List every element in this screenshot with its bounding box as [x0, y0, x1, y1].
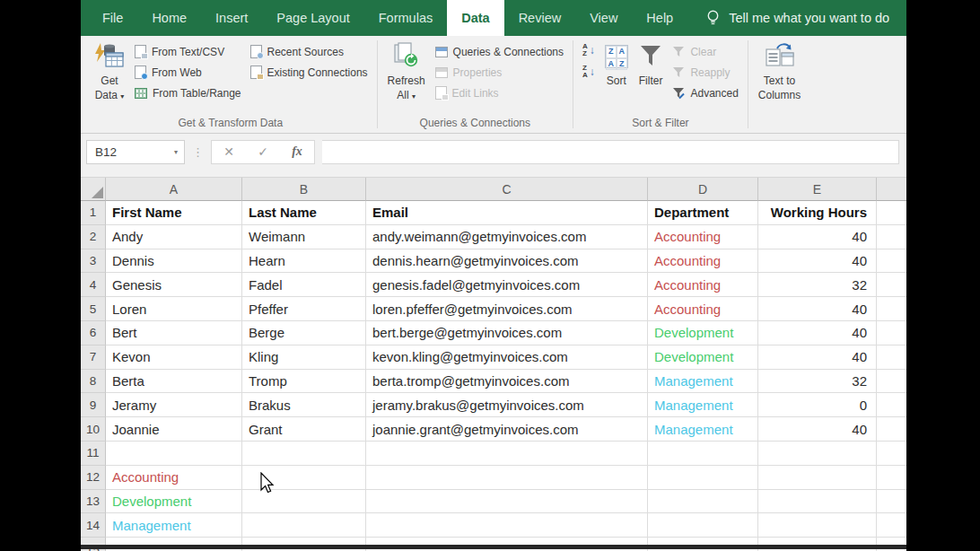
cell[interactable] — [877, 490, 906, 514]
cell[interactable]: Loren — [106, 297, 242, 321]
row-header-13[interactable]: 13 — [81, 490, 106, 514]
cell[interactable]: Weimann — [242, 225, 366, 249]
tab-formulas[interactable]: Formulas — [364, 0, 447, 36]
name-box-dropdown-icon[interactable]: ▾ — [174, 148, 178, 156]
row-header-4[interactable]: 4 — [81, 273, 106, 297]
cell[interactable] — [648, 490, 758, 514]
cell[interactable]: Working Hours — [758, 201, 877, 225]
cell[interactable] — [877, 466, 906, 490]
cell[interactable] — [877, 513, 906, 538]
cell[interactable] — [366, 490, 648, 514]
ribbon-item-from-table-range[interactable]: From Table/Range — [130, 83, 246, 103]
cell[interactable] — [877, 201, 906, 225]
enter-icon[interactable]: ✓ — [246, 144, 280, 159]
cell[interactable] — [877, 393, 906, 417]
cell[interactable]: 40 — [758, 297, 877, 321]
sort-ascending-button[interactable]: AZ ↓ — [578, 39, 599, 61]
cell[interactable]: Department — [648, 201, 758, 225]
cell[interactable]: First Name — [106, 201, 242, 225]
get-data-button[interactable]: GetData ▾ — [89, 38, 130, 104]
column-header-D[interactable]: D — [648, 178, 758, 201]
select-all-button[interactable] — [81, 178, 106, 201]
cell[interactable] — [758, 466, 877, 490]
cell[interactable]: Management — [648, 393, 758, 417]
cell[interactable]: Tromp — [242, 370, 366, 394]
cell[interactable] — [877, 225, 906, 249]
cell[interactable]: Joannie — [106, 417, 242, 442]
column-header-E[interactable]: E — [758, 178, 877, 201]
cell[interactable] — [877, 442, 906, 466]
sort-dialog-button[interactable]: ZAAZ Sort — [599, 38, 634, 91]
cell[interactable]: Email — [366, 201, 648, 225]
cell[interactable] — [648, 466, 758, 490]
insert-function-icon[interactable]: fx — [280, 144, 314, 159]
cell[interactable]: Andy — [106, 225, 242, 249]
cell[interactable] — [877, 249, 906, 274]
cell[interactable]: 40 — [758, 249, 877, 274]
cell[interactable]: Management — [648, 370, 758, 394]
cell[interactable] — [366, 513, 648, 538]
cancel-icon[interactable]: ✕ — [212, 144, 246, 159]
tab-view[interactable]: View — [575, 0, 632, 36]
cell[interactable]: joannie.grant@getmyinvoices.com — [366, 417, 648, 442]
refresh-all-button[interactable]: RefreshAll ▾ — [382, 38, 431, 104]
cell[interactable]: Berta — [106, 370, 242, 394]
cell[interactable]: berta.tromp@getmyinvoices.com — [366, 370, 648, 394]
cell[interactable]: Kevon — [106, 345, 242, 370]
cell[interactable]: Accounting — [648, 297, 758, 321]
cell[interactable]: 0 — [758, 393, 877, 417]
cell[interactable] — [366, 442, 648, 466]
name-box[interactable]: B12 ▾ — [86, 140, 185, 164]
cell[interactable]: Jeramy — [106, 393, 242, 417]
cell[interactable] — [366, 466, 648, 490]
row-header-2[interactable]: 2 — [81, 225, 106, 249]
row-header-6[interactable]: 6 — [81, 321, 106, 345]
cell[interactable] — [758, 490, 877, 514]
cell[interactable] — [758, 513, 877, 538]
cell[interactable] — [877, 321, 906, 345]
cell[interactable] — [877, 417, 906, 442]
row-header-1[interactable]: 1 — [81, 201, 106, 225]
cell[interactable]: Management — [648, 417, 758, 442]
cell[interactable]: 40 — [758, 417, 877, 442]
row-header-14[interactable]: 14 — [81, 513, 106, 538]
cell[interactable]: Grant — [242, 417, 366, 442]
column-header-B[interactable]: B — [242, 178, 366, 201]
sort-descending-button[interactable]: ZA ↓ — [578, 61, 599, 83]
cell[interactable]: dennis.hearn@getmyinvoices.com — [366, 249, 648, 274]
row-header-3[interactable]: 3 — [81, 249, 106, 274]
cell[interactable]: Accounting — [648, 225, 758, 249]
cell[interactable]: Fadel — [242, 273, 366, 297]
cell[interactable] — [648, 442, 758, 466]
cell[interactable]: Hearn — [242, 249, 366, 274]
cell[interactable]: loren.pfeffer@getmyinvoices.com — [366, 297, 648, 321]
filter-button[interactable]: Filter — [634, 38, 669, 91]
cell[interactable] — [758, 442, 877, 466]
cell[interactable]: Development — [648, 321, 758, 345]
ribbon-item-queries-connections[interactable]: Queries & Connections — [431, 41, 568, 62]
column-header-C[interactable]: C — [366, 178, 648, 201]
cell[interactable]: Dennis — [106, 249, 242, 274]
cell[interactable]: kevon.kling@getmyinvoices.com — [366, 345, 648, 370]
tab-home[interactable]: Home — [137, 0, 201, 36]
row-header-7[interactable]: 7 — [81, 345, 106, 370]
text-to-columns-button[interactable]: Text toColumns — [753, 38, 806, 104]
cell[interactable]: 40 — [758, 321, 877, 345]
formula-input[interactable] — [322, 140, 899, 164]
cell[interactable] — [242, 513, 366, 538]
tab-page-layout[interactable]: Page Layout — [262, 0, 363, 36]
cell[interactable]: 32 — [758, 370, 877, 394]
cell[interactable]: andy.weimann@getmyinvoices.com — [366, 225, 648, 249]
cell[interactable]: Bert — [106, 321, 242, 345]
tab-file[interactable]: File — [88, 0, 137, 36]
tell-me-search[interactable]: Tell me what you want to do — [705, 0, 889, 36]
row-header-9[interactable]: 9 — [81, 393, 106, 417]
cell[interactable]: genesis.fadel@getmyinvoices.com — [366, 273, 648, 297]
ribbon-item-recent-sources[interactable]: Recent Sources — [246, 41, 372, 62]
cell[interactable]: Kling — [242, 345, 366, 370]
row-header-5[interactable]: 5 — [81, 297, 106, 321]
tab-help[interactable]: Help — [632, 0, 687, 36]
tab-data[interactable]: Data — [447, 0, 503, 36]
cell[interactable]: 32 — [758, 273, 877, 297]
cell[interactable]: bert.berge@getmyinvoices.com — [366, 321, 648, 345]
